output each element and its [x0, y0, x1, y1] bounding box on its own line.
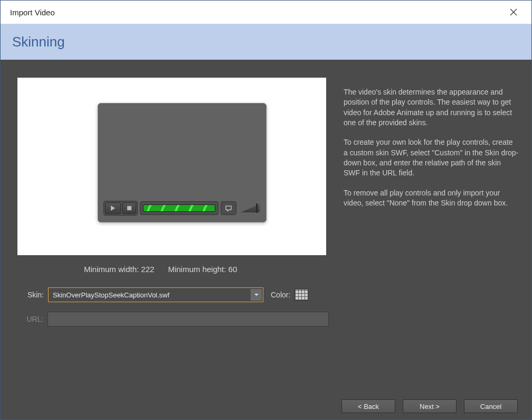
skin-selected-text: SkinOverPlayStopSeekCaptionVol.swf [53, 291, 169, 299]
close-button[interactable] [503, 4, 524, 20]
dialog-window: Import Video Skinning [0, 0, 532, 420]
back-button[interactable]: < Back [341, 399, 395, 413]
window-title: Import Video [10, 8, 55, 17]
play-button[interactable] [105, 202, 121, 214]
min-width-readout: Minimum width: 222 [84, 265, 154, 274]
step-heading: Skinning [12, 34, 65, 50]
min-width-label: Minimum width: [84, 265, 139, 274]
dialog-body: Minimum width: 222 Minimum height: 60 Sk… [1, 60, 531, 393]
color-label: Color: [271, 291, 290, 299]
close-icon [510, 8, 517, 16]
step-banner: Skinning [1, 24, 531, 60]
url-input [48, 312, 329, 326]
seek-bar[interactable] [140, 201, 218, 215]
player-controls-bar [103, 200, 261, 217]
min-height-label: Minimum height: [168, 265, 226, 274]
svg-rect-0 [127, 206, 131, 210]
seek-progress [143, 204, 215, 212]
dialog-footer: < Back Next > Cancel [1, 393, 531, 419]
min-height-readout: Minimum height: 60 [168, 265, 237, 274]
help-paragraph-3: To remove all play controls and only imp… [344, 188, 519, 209]
play-stop-group [103, 201, 138, 216]
caption-button[interactable] [221, 201, 236, 215]
help-text: The video's skin determines the appearan… [344, 78, 519, 386]
titlebar: Import Video [1, 1, 531, 24]
stop-button[interactable] [122, 202, 136, 214]
url-row: URL: [17, 312, 329, 326]
min-width-value: 222 [141, 265, 154, 274]
skin-dropdown[interactable]: SkinOverPlayStopSeekCaptionVol.swf [48, 287, 263, 302]
next-button-label: Next > [420, 403, 440, 410]
next-button[interactable]: Next > [403, 399, 457, 413]
dimensions-readout: Minimum width: 222 Minimum height: 60 [17, 265, 329, 274]
skin-preview [17, 78, 326, 255]
chevron-down-icon [254, 292, 259, 297]
cancel-button-label: Cancel [480, 403, 501, 410]
play-icon [110, 206, 116, 211]
left-column: Minimum width: 222 Minimum height: 60 Sk… [17, 78, 329, 386]
back-button-label: < Back [358, 403, 379, 410]
skin-label: Skin: [17, 291, 44, 299]
stop-icon [127, 206, 132, 211]
caption-icon [225, 206, 232, 211]
help-paragraph-2: To create your own look for the play con… [344, 137, 519, 178]
cancel-button[interactable]: Cancel [464, 399, 518, 413]
form-area: Skin: SkinOverPlayStopSeekCaptionVol.swf… [17, 287, 329, 326]
player-skin-mock [98, 103, 267, 222]
color-swatch[interactable] [294, 289, 308, 301]
dropdown-toggle [250, 289, 262, 301]
skin-row: Skin: SkinOverPlayStopSeekCaptionVol.swf… [17, 287, 329, 302]
min-height-value: 60 [229, 265, 238, 274]
volume-slider[interactable] [239, 201, 261, 215]
help-paragraph-1: The video's skin determines the appearan… [344, 87, 519, 128]
url-label: URL: [17, 315, 43, 323]
